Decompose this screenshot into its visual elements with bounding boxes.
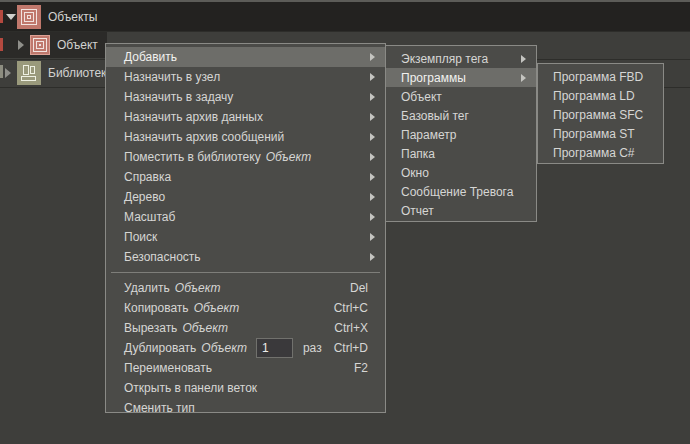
menu-item-suffix: раз bbox=[303, 341, 322, 355]
menu-item-zoom[interactable]: Масштаб bbox=[106, 207, 385, 227]
menu-item-label: Сменить тип bbox=[124, 401, 195, 415]
menu-item-programs[interactable]: Программы bbox=[386, 68, 536, 87]
submenu-arrow-icon bbox=[521, 74, 526, 82]
menu-item-security[interactable]: Безопасность bbox=[106, 247, 385, 267]
submenu-arrow-icon bbox=[370, 113, 375, 121]
submenu-arrow-icon bbox=[370, 153, 375, 161]
libraries-icon bbox=[17, 61, 41, 85]
menu-item-message-alarm[interactable]: Сообщение Тревога bbox=[386, 182, 536, 201]
menu-item-label: Назначить в задачу bbox=[124, 90, 233, 104]
menu-item-label: Удалить bbox=[124, 281, 170, 295]
submenu-arrow-icon bbox=[370, 213, 375, 221]
menu-item-duplicate[interactable]: ДублироватьОбъектразCtrl+D bbox=[106, 338, 385, 358]
menu-item-label: Программа SFC bbox=[553, 108, 643, 122]
menu-item-object[interactable]: Объект bbox=[386, 87, 536, 106]
menu-item-add[interactable]: Добавить bbox=[106, 47, 385, 67]
menu-item-label: Копировать bbox=[124, 301, 189, 315]
menu-item-open-in-branches-panel[interactable]: Открыть в панели веток bbox=[106, 378, 385, 398]
row-marker bbox=[0, 10, 3, 23]
menu-item-label: Базовый тег bbox=[401, 109, 469, 123]
menu-item-tree[interactable]: Дерево bbox=[106, 187, 385, 207]
menu-item-help[interactable]: Справка bbox=[106, 167, 385, 187]
add-submenu: Экземпляр тегаПрограммыОбъектБазовый тег… bbox=[385, 45, 537, 222]
menu-item-label: Справка bbox=[124, 170, 171, 184]
chevron-down-icon[interactable] bbox=[6, 14, 16, 20]
menu-item-label: Назначить в узел bbox=[124, 70, 220, 84]
menu-item-label: Добавить bbox=[124, 50, 177, 64]
row-marker bbox=[0, 38, 3, 51]
submenu-arrow-icon bbox=[370, 93, 375, 101]
menu-item-change-type[interactable]: Сменить тип bbox=[106, 398, 385, 418]
tree-item-label: Объекты bbox=[48, 10, 98, 24]
menu-item-rename[interactable]: ПереименоватьF2 bbox=[106, 358, 385, 378]
menu-item-report[interactable]: Отчет bbox=[386, 201, 536, 220]
menu-item-put-in-library[interactable]: Поместить в библиотекуОбъект bbox=[106, 147, 385, 167]
menu-item-base-tag[interactable]: Базовый тег bbox=[386, 106, 536, 125]
submenu-arrow-icon bbox=[370, 233, 375, 241]
submenu-arrow-icon bbox=[370, 253, 375, 261]
menu-item-program-csharp[interactable]: Программа C# bbox=[538, 143, 663, 162]
menu-item-assign-to-node[interactable]: Назначить в узел bbox=[106, 67, 385, 87]
menu-item-program-fbd[interactable]: Программа FBD bbox=[538, 67, 663, 86]
menu-item-label: Параметр bbox=[401, 128, 456, 142]
menu-item-folder[interactable]: Папка bbox=[386, 144, 536, 163]
menu-item-context-label: Объект bbox=[266, 150, 312, 164]
menu-item-search[interactable]: Поиск bbox=[106, 227, 385, 247]
menu-item-delete[interactable]: УдалитьОбъектDel bbox=[106, 278, 385, 298]
menu-item-label: Дерево bbox=[124, 190, 165, 204]
submenu-arrow-icon bbox=[370, 193, 375, 201]
menu-item-label: Программа LD bbox=[553, 89, 635, 103]
menu-item-context-label: Объект bbox=[175, 281, 221, 295]
menu-item-cut[interactable]: ВырезатьОбъектCtrl+X bbox=[106, 318, 385, 338]
submenu-arrow-icon bbox=[370, 53, 375, 61]
menu-item-label: Открыть в панели веток bbox=[124, 381, 257, 395]
menu-item-label: Дублировать bbox=[124, 341, 196, 355]
menu-item-label: Программа FBD bbox=[553, 70, 643, 84]
menu-item-label: Поиск bbox=[124, 230, 157, 244]
programs-submenu: Программа FBDПрограмма LDПрограмма SFCПр… bbox=[537, 63, 664, 164]
menu-item-program-ld[interactable]: Программа LD bbox=[538, 86, 663, 105]
menu-item-assign-to-task[interactable]: Назначить в задачу bbox=[106, 87, 385, 107]
menu-item-label: Безопасность bbox=[124, 250, 201, 264]
menu-item-context-label: Объект bbox=[201, 341, 247, 355]
menu-item-program-sfc[interactable]: Программа SFC bbox=[538, 105, 663, 124]
menu-item-window[interactable]: Окно bbox=[386, 163, 536, 182]
menu-item-label: Программы bbox=[401, 71, 466, 85]
menu-item-label: Переименовать bbox=[124, 361, 212, 375]
submenu-arrow-icon bbox=[521, 55, 526, 63]
chevron-right-icon[interactable] bbox=[5, 68, 11, 78]
menu-item-context-label: Объект bbox=[182, 321, 228, 335]
menu-item-label: Назначить архив сообщений bbox=[124, 130, 284, 144]
menu-item-label: Объект bbox=[401, 90, 442, 104]
shortcut-label: Ctrl+C bbox=[334, 301, 375, 315]
row-marker bbox=[0, 65, 3, 78]
menu-item-parameter[interactable]: Параметр bbox=[386, 125, 536, 144]
menu-item-label: Поместить в библиотеку bbox=[124, 150, 261, 164]
menu-item-program-st[interactable]: Программа ST bbox=[538, 124, 663, 143]
object-icon bbox=[30, 35, 50, 55]
menu-item-label: Экземпляр тега bbox=[401, 52, 488, 66]
menu-item-copy[interactable]: КопироватьОбъектCtrl+C bbox=[106, 298, 385, 318]
menu-item-tag-instance[interactable]: Экземпляр тега bbox=[386, 49, 536, 68]
menu-item-label: Окно bbox=[401, 166, 429, 180]
submenu-arrow-icon bbox=[370, 133, 375, 141]
shortcut-label: Del bbox=[350, 281, 375, 295]
menu-item-label: Программа C# bbox=[553, 146, 635, 160]
shortcut-label: F2 bbox=[354, 361, 375, 375]
chevron-right-icon[interactable] bbox=[18, 40, 24, 50]
menu-item-label: Назначить архив данных bbox=[124, 110, 263, 124]
tree-item-objects[interactable]: Объекты bbox=[0, 2, 690, 31]
tree-item-label: Библиотеки bbox=[48, 66, 113, 80]
menu-item-assign-data-archive[interactable]: Назначить архив данных bbox=[106, 107, 385, 127]
menu-item-label: Программа ST bbox=[553, 127, 635, 141]
context-menu: ДобавитьНазначить в узелНазначить в зада… bbox=[105, 43, 386, 413]
menu-item-label: Масштаб bbox=[124, 210, 175, 224]
objects-icon bbox=[17, 5, 41, 29]
menu-item-assign-message-archive[interactable]: Назначить архив сообщений bbox=[106, 127, 385, 147]
menu-item-label: Папка bbox=[401, 147, 435, 161]
menu-item-context-label: Объект bbox=[194, 301, 240, 315]
menu-item-label: Отчет bbox=[401, 204, 434, 218]
menu-item-label: Сообщение Тревога bbox=[401, 185, 513, 199]
duplicate-count-input[interactable] bbox=[256, 338, 293, 358]
submenu-arrow-icon bbox=[370, 73, 375, 81]
